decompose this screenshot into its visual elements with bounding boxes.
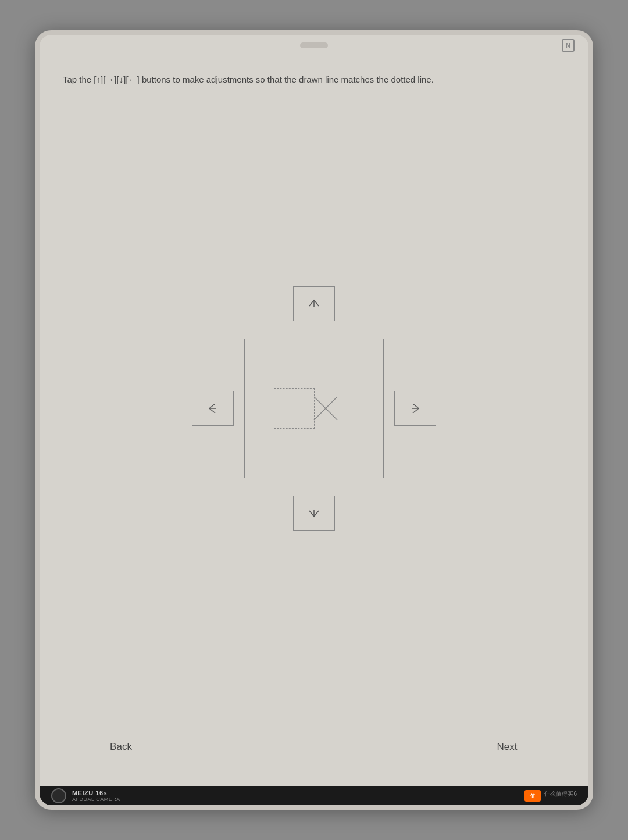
device-notch: [300, 42, 328, 48]
up-arrow-button[interactable]: [293, 286, 335, 321]
bottom-bar: Back Next: [63, 731, 565, 763]
calibration-area: [63, 87, 565, 731]
watermark-text: 什么值得买6: [544, 790, 577, 802]
device-frame: N Tap the [↑][→][↓][←] buttons to make a…: [35, 30, 593, 810]
phone-model: MEIZU 16s: [72, 789, 120, 796]
down-arrow-button[interactable]: [293, 496, 335, 531]
device-top-bar: N: [40, 35, 588, 56]
phone-info: MEIZU 16s AI DUAL CAMERA: [51, 788, 120, 803]
screen: Tap the [↑][→][↓][←] buttons to make adj…: [40, 56, 588, 786]
back-button[interactable]: Back: [69, 731, 173, 763]
phone-text: MEIZU 16s AI DUAL CAMERA: [72, 789, 120, 802]
next-button[interactable]: Next: [455, 731, 559, 763]
dotted-target-square: [274, 388, 315, 429]
watermark-icon: 值: [524, 790, 541, 802]
camera-icon: [51, 788, 66, 803]
instruction-text: Tap the [↑][→][↓][←] buttons to make adj…: [63, 73, 565, 87]
right-arrow-button[interactable]: [394, 391, 436, 426]
nfc-icon: N: [562, 39, 575, 52]
center-calibration-box: [244, 339, 384, 478]
crosshair-mark: [311, 394, 340, 423]
calibration-widget: [192, 286, 436, 531]
phone-subtext: AI DUAL CAMERA: [72, 796, 120, 802]
phone-bottom-bar: MEIZU 16s AI DUAL CAMERA 值 什么值得买6: [40, 786, 588, 805]
watermark: 值 什么值得买6: [524, 790, 577, 802]
left-arrow-button[interactable]: [192, 391, 234, 426]
